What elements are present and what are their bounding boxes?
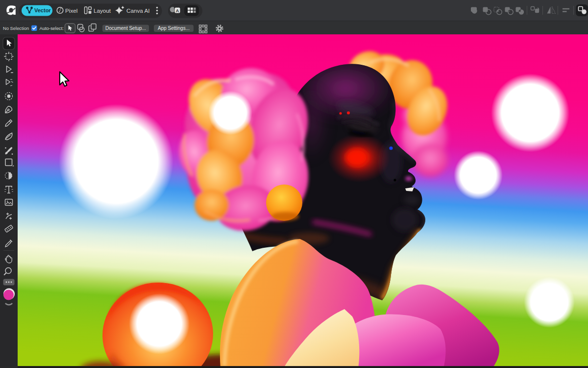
svg-text:Pixel: Pixel <box>65 7 77 14</box>
svg-text:App Settings...: App Settings... <box>158 26 190 31</box>
svg-text:Auto-select:: Auto-select: <box>40 26 64 31</box>
svg-text:Document Setup...: Document Setup... <box>105 26 146 31</box>
svg-text:Layout: Layout <box>94 7 111 14</box>
svg-text:Canva AI: Canva AI <box>126 7 149 14</box>
svg-text:Vector: Vector <box>34 7 51 13</box>
svg-text:No Selection: No Selection <box>3 26 29 31</box>
svg-text:A: A <box>176 8 179 13</box>
